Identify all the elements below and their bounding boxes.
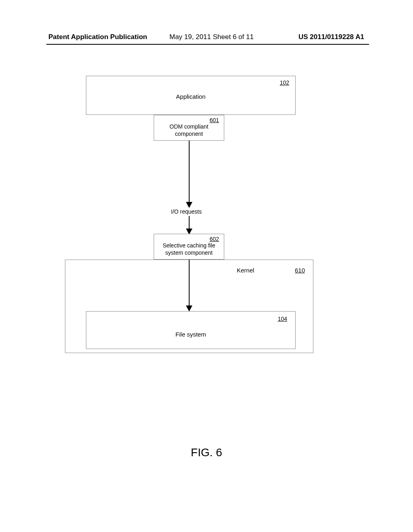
selective-cache-ref: 602 <box>210 236 219 242</box>
odm-label: ODM compliantcomponent <box>154 123 224 137</box>
odm-box: ODM compliantcomponent 601 <box>154 115 224 141</box>
filesystem-box: File system 104 <box>86 311 296 349</box>
selective-cache-box: Selective caching filesystem component 6… <box>154 234 224 260</box>
io-requests-label: I/O requests <box>171 208 202 215</box>
kernel-label: Kernel <box>237 267 254 274</box>
arrowhead-3 <box>186 305 192 312</box>
application-label: Application <box>86 93 295 100</box>
figure-caption: FIG. 6 <box>0 446 413 459</box>
filesystem-ref: 104 <box>278 316 287 322</box>
page-header: Patent Application Publication May 19, 2… <box>0 33 413 45</box>
header-rule <box>46 44 369 45</box>
application-ref: 102 <box>280 79 289 86</box>
selective-cache-label: Selective caching filesystem component <box>154 242 224 256</box>
application-box: Application 102 <box>86 76 296 115</box>
header-right: US 2011/0119228 A1 <box>298 33 364 41</box>
arrowhead-1 <box>186 202 192 208</box>
header-left: Patent Application Publication <box>48 33 147 41</box>
header-mid: May 19, 2011 Sheet 6 of 11 <box>169 33 254 41</box>
kernel-ref: 610 <box>295 267 305 274</box>
odm-ref: 601 <box>210 117 219 123</box>
arrow-line-3 <box>189 260 190 311</box>
arrow-line-1 <box>189 141 190 205</box>
filesystem-label: File system <box>86 331 295 338</box>
